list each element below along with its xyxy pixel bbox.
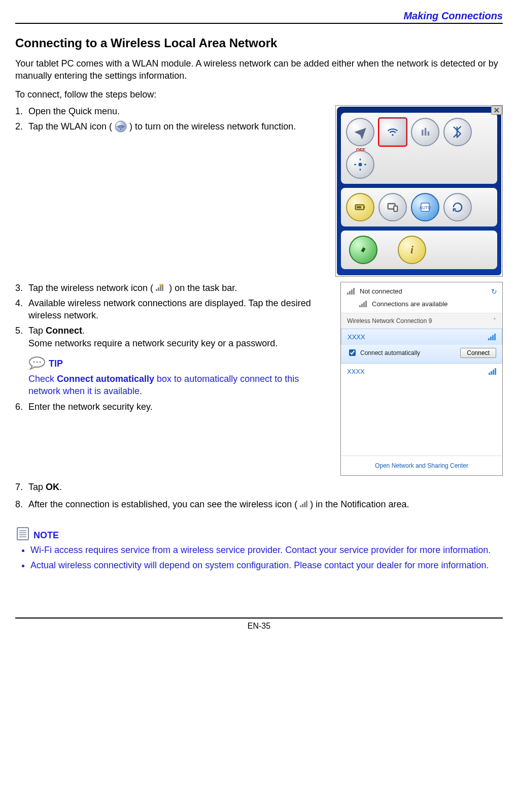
svg-rect-9 bbox=[357, 206, 361, 208]
svg-text:AUTO: AUTO bbox=[420, 205, 431, 210]
step-5: 5. Tap Connect. Some networks require a … bbox=[15, 324, 331, 349]
step-3: 3. Tap the wireless network icon ( ) on … bbox=[15, 282, 331, 294]
wifi-flyout-figure: Not connected ↻ Connections are availabl… bbox=[340, 282, 503, 476]
devices-button[interactable] bbox=[378, 193, 407, 221]
refresh-icon[interactable]: ↻ bbox=[491, 287, 497, 296]
note-item-2: Actual wireless connectivity will depend… bbox=[30, 559, 503, 571]
signal-icon bbox=[347, 287, 355, 295]
close-icon[interactable]: ✕ bbox=[491, 106, 502, 115]
step-6: 6. Enter the network security key. bbox=[15, 401, 331, 413]
page-title: Connecting to a Wireless Local Area Netw… bbox=[15, 36, 503, 50]
svg-rect-11 bbox=[394, 206, 397, 211]
battery-button[interactable] bbox=[346, 193, 374, 221]
lead-text: To connect, follow the steps below: bbox=[15, 89, 503, 100]
network-tray-icon bbox=[156, 284, 166, 291]
network-item-selected[interactable]: XXXX bbox=[341, 329, 502, 345]
note-callout: NOTE Wi-Fi access requires service from … bbox=[15, 526, 503, 572]
breadcrumb: Making Connections bbox=[403, 10, 503, 21]
signal-strong-icon bbox=[489, 368, 496, 375]
step-8: 8. After the connection is established, … bbox=[15, 498, 503, 510]
step-1: 1. Open the Quick menu. bbox=[15, 105, 326, 117]
connect-auto-checkbox[interactable]: Connect automatically bbox=[347, 348, 420, 358]
svg-point-6 bbox=[359, 163, 362, 166]
quick-menu-figure: ✕ OFF bbox=[335, 105, 503, 277]
settings-button[interactable] bbox=[349, 236, 377, 264]
bluetooth-button[interactable] bbox=[443, 118, 472, 146]
svg-point-2 bbox=[392, 134, 394, 136]
svg-rect-19 bbox=[17, 528, 28, 540]
wifi-status: Not connected bbox=[360, 287, 402, 295]
signal-strong-icon bbox=[488, 333, 496, 340]
svg-point-0 bbox=[115, 121, 126, 132]
note-item-1: Wi-Fi access requires service from a wir… bbox=[30, 544, 503, 556]
notepad-icon bbox=[15, 526, 30, 541]
page-footer: EN-35 bbox=[15, 618, 503, 631]
step-4: 4. Available wireless network connection… bbox=[15, 297, 331, 322]
wwan-button[interactable] bbox=[411, 118, 439, 146]
tip-callout: TIP Check Connect automatically box to a… bbox=[28, 356, 331, 398]
speech-bubble-icon bbox=[28, 356, 46, 371]
auto-button[interactable]: AUTO bbox=[411, 193, 439, 221]
wireless-connected-icon bbox=[300, 500, 307, 507]
svg-rect-3 bbox=[422, 129, 424, 136]
svg-rect-5 bbox=[428, 131, 430, 135]
network-item[interactable]: XXXX bbox=[341, 364, 502, 379]
step-7: 7. Tap OK. bbox=[15, 481, 503, 493]
info-button[interactable]: i bbox=[398, 236, 426, 264]
svg-point-16 bbox=[33, 362, 35, 363]
adapter-section[interactable]: Wireless Network Connection 9 ˄ bbox=[341, 313, 502, 329]
svg-point-18 bbox=[40, 362, 41, 363]
svg-point-1 bbox=[120, 128, 121, 129]
chevron-up-icon: ˄ bbox=[493, 317, 496, 324]
svg-rect-8 bbox=[364, 206, 365, 208]
wlan-icon bbox=[115, 120, 127, 133]
rotate-button[interactable] bbox=[443, 193, 472, 221]
svg-rect-4 bbox=[425, 127, 427, 135]
open-network-center-link[interactable]: Open Network and Sharing Center bbox=[341, 456, 502, 475]
intro-text: Your tablet PC comes with a WLAN module.… bbox=[15, 57, 503, 82]
page-header: Making Connections bbox=[15, 10, 503, 24]
connections-available: Connections are available bbox=[372, 300, 448, 308]
svg-point-17 bbox=[37, 362, 38, 363]
wlan-button[interactable] bbox=[378, 118, 407, 146]
gps-button[interactable] bbox=[346, 150, 374, 179]
svg-text:i: i bbox=[410, 244, 413, 256]
airplane-mode-button[interactable]: OFF bbox=[346, 118, 374, 146]
connect-button[interactable]: Connect bbox=[460, 348, 496, 358]
signal-icon bbox=[359, 300, 367, 307]
step-2: 2. Tap the WLAN icon ( ) to turn on the … bbox=[15, 120, 326, 133]
